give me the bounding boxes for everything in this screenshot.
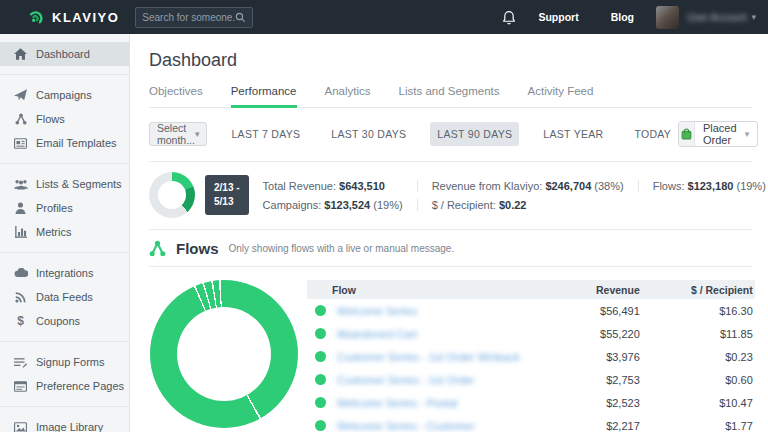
flow-name-link[interactable]: Welcome Series - Postal [337, 397, 457, 409]
blog-link[interactable]: Blog [611, 11, 634, 23]
flow-name-link[interactable]: Welcome Series - Customer [337, 420, 474, 432]
sidebar-item-coupons[interactable]: $ Coupons [0, 309, 129, 333]
flow-revenue: $55,220 [520, 328, 640, 340]
table-row: Customer Series - 1st Order Winback $3,9… [307, 345, 755, 368]
sidebar-item-metrics[interactable]: Metrics [0, 220, 129, 244]
search-icon [235, 12, 246, 23]
date-range-badge: 2/13 - 5/13 [205, 175, 249, 215]
tab-objectives[interactable]: Objectives [149, 85, 203, 107]
table-row: Customer Series - 1st Order $2,753 $0.60 [307, 368, 755, 391]
column-per-recipient[interactable]: $ / Recipient [640, 284, 755, 296]
brand-name: KLAVIYO [52, 10, 119, 25]
date-range-line2: 5/13 [214, 195, 240, 209]
sidebar-item-signup-forms[interactable]: Signup Forms [0, 350, 129, 374]
sidebar-item-label: Profiles [36, 202, 73, 214]
stat-revenue-from-klaviyo: Revenue from Klaviyo: $246,704 (38%) [418, 180, 639, 192]
sidebar-item-label: Data Feeds [36, 291, 93, 303]
tab-lists-and-segments[interactable]: Lists and Segments [399, 85, 500, 107]
image-icon [13, 422, 28, 432]
flows-donut-wrap [149, 280, 307, 432]
flows-section-header: Flows Only showing flows with a live or … [149, 230, 752, 266]
flows-note: Only showing flows with a live or manual… [229, 243, 455, 254]
klaviyo-logo[interactable]: KLAVIYO [26, 8, 119, 27]
notifications-bell-icon[interactable] [502, 10, 516, 25]
people-icon [13, 179, 28, 190]
filter-bar: Select month... ▾ LAST 7 DAYS LAST 30 DA… [149, 121, 752, 147]
sidebar-divider [0, 341, 129, 342]
sidebar-item-label: Integrations [36, 267, 93, 279]
flow-branch-icon [13, 113, 28, 125]
account-menu-caret-icon[interactable]: ▾ [751, 12, 756, 22]
sidebar-item-label: Metrics [36, 226, 71, 238]
klaviyo-logo-icon [26, 8, 45, 27]
form-lines-icon [13, 357, 28, 368]
flow-revenue: $56,491 [520, 305, 640, 317]
template-icon [13, 138, 28, 149]
table-row: Welcome Series $56,491 $16.30 [307, 299, 755, 322]
cloud-icon [13, 268, 28, 278]
date-range-line1: 2/13 - [214, 181, 240, 195]
flows-title: Flows [176, 240, 219, 257]
sidebar-item-dashboard[interactable]: Dashboard [0, 42, 129, 66]
range-last-7-days[interactable]: LAST 7 DAYS [224, 122, 307, 146]
flow-per-recipient: $0.60 [640, 374, 755, 386]
search-input[interactable] [142, 12, 235, 23]
range-today[interactable]: TODAY [627, 122, 678, 146]
sidebar-item-campaigns[interactable]: Campaigns [0, 83, 129, 107]
person-icon [13, 202, 28, 214]
sidebar-item-integrations[interactable]: Integrations [0, 261, 129, 285]
top-navigation-bar: KLAVIYO Support Blog User Account ▾ [0, 0, 768, 34]
column-revenue[interactable]: Revenue [520, 284, 640, 296]
tab-performance[interactable]: Performance [231, 85, 297, 108]
user-avatar[interactable] [656, 6, 679, 29]
live-status-dot [315, 374, 326, 385]
sidebar-item-label: Image Library [36, 421, 103, 432]
flow-name-link[interactable]: Customer Series - 1st Order Winback [337, 351, 520, 363]
tab-activity-feed[interactable]: Activity Feed [528, 85, 594, 107]
sidebar-item-preference-pages[interactable]: Preference Pages [0, 374, 129, 398]
live-status-dot [315, 305, 326, 316]
range-last-30-days[interactable]: LAST 30 DAYS [324, 122, 413, 146]
flow-per-recipient: $1.77 [640, 420, 755, 432]
table-row: Abandoned Cart $55,220 $11.85 [307, 322, 755, 345]
flow-name-link[interactable]: Customer Series - 1st Order [337, 374, 475, 386]
select-month-dropdown[interactable]: Select month... ▾ [149, 122, 207, 146]
column-flow[interactable]: Flow [307, 284, 520, 296]
support-link[interactable]: Support [538, 11, 578, 23]
sidebar-item-data-feeds[interactable]: Data Feeds [0, 285, 129, 309]
flow-name-link[interactable]: Abandoned Cart [337, 328, 417, 340]
conversion-metric-dropdown[interactable]: Placed Order ▾ [678, 121, 758, 147]
sidebar-item-image-library[interactable]: Image Library [0, 415, 129, 432]
dashboard-tabs: Objectives Performance Analytics Lists a… [149, 85, 752, 108]
flow-revenue: $3,976 [520, 351, 640, 363]
range-last-year[interactable]: LAST YEAR [536, 122, 610, 146]
flows-icon [149, 240, 166, 257]
sidebar-item-label: Lists & Segments [36, 178, 122, 190]
tab-analytics[interactable]: Analytics [325, 85, 371, 107]
sidebar-item-flows[interactable]: Flows [0, 107, 129, 131]
stat-total-revenue: Total Revenue: $643,510 [263, 180, 418, 192]
flow-per-recipient: $0.23 [640, 351, 755, 363]
sidebar-item-lists-segments[interactable]: Lists & Segments [0, 172, 129, 196]
range-last-90-days[interactable]: LAST 90 DAYS [430, 122, 519, 146]
flow-name-link[interactable]: Welcome Series [337, 305, 417, 317]
summary-stats-grid: Total Revenue: $643,510 Revenue from Kla… [263, 180, 768, 211]
flow-revenue: $2,217 [520, 420, 640, 432]
flow-revenue: $2,753 [520, 374, 640, 386]
select-month-value: Select month... [157, 122, 195, 146]
global-search[interactable] [135, 7, 253, 28]
flows-table: Flow Revenue $ / Recipient Welcome Serie… [307, 280, 755, 432]
user-name[interactable]: User Account [687, 12, 746, 23]
shopping-bag-icon [679, 122, 695, 146]
live-status-dot [315, 328, 326, 339]
flow-per-recipient: $10.47 [640, 397, 755, 409]
page-title: Dashboard [149, 50, 752, 71]
sidebar-item-email-templates[interactable]: Email Templates [0, 131, 129, 155]
sidebar-item-profiles[interactable]: Profiles [0, 196, 129, 220]
sidebar-item-label: Coupons [36, 315, 80, 327]
sidebar-item-label: Dashboard [36, 48, 90, 60]
main-content: Dashboard Objectives Performance Analyti… [131, 34, 768, 432]
sidebar-item-label: Signup Forms [36, 356, 104, 368]
chevron-down-icon: ▾ [745, 129, 750, 139]
flow-revenue: $2,523 [520, 397, 640, 409]
